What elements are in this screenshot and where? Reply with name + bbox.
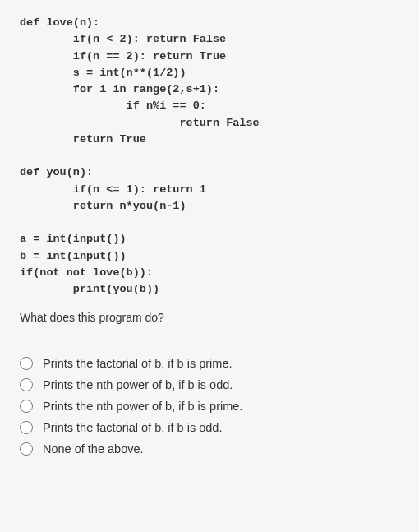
- radio-icon: [20, 442, 33, 456]
- code-line: return True: [20, 133, 146, 146]
- code-line: return n*you(n-1): [20, 200, 186, 212]
- code-line: for i in range(2,s+1):: [20, 83, 219, 95]
- radio-icon: [20, 400, 33, 413]
- options-group: Prints the factorial of b, if b is prime…: [20, 357, 399, 456]
- code-line: if(not not love(b)):: [20, 266, 153, 279]
- question-text: What does this program do?: [20, 311, 399, 324]
- code-line: return False: [20, 117, 260, 129]
- option-label: Prints the nth power of b, if b is prime…: [43, 400, 242, 413]
- radio-icon: [20, 421, 33, 434]
- option-5[interactable]: None of the above.: [20, 442, 399, 456]
- code-line: print(you(b)): [20, 283, 159, 295]
- code-line: def you(n):: [20, 166, 93, 178]
- option-label: Prints the nth power of b, if b is odd.: [43, 378, 233, 391]
- code-line: if(n < 2): return False: [20, 33, 226, 45]
- radio-icon: [20, 378, 33, 391]
- code-line: b = int(input()): [20, 250, 127, 262]
- code-block: def love(n): if(n < 2): return False if(…: [20, 15, 399, 298]
- code-line: if(n == 2): return True: [20, 50, 226, 62]
- option-1[interactable]: Prints the factorial of b, if b is prime…: [20, 357, 399, 370]
- option-3[interactable]: Prints the nth power of b, if b is prime…: [20, 400, 399, 413]
- option-label: Prints the factorial of b, if b is odd.: [43, 421, 222, 434]
- option-2[interactable]: Prints the nth power of b, if b is odd.: [20, 378, 399, 391]
- option-4[interactable]: Prints the factorial of b, if b is odd.: [20, 421, 399, 434]
- option-label: None of the above.: [43, 442, 144, 456]
- code-line: s = int(n**(1/2)): [20, 67, 186, 79]
- code-line: if n%i == 0:: [20, 99, 206, 112]
- code-line: if(n <= 1): return 1: [20, 183, 206, 196]
- option-label: Prints the factorial of b, if b is prime…: [43, 357, 232, 370]
- code-line: def love(n):: [20, 16, 99, 29]
- code-line: a = int(input()): [20, 233, 127, 245]
- radio-icon: [20, 357, 33, 370]
